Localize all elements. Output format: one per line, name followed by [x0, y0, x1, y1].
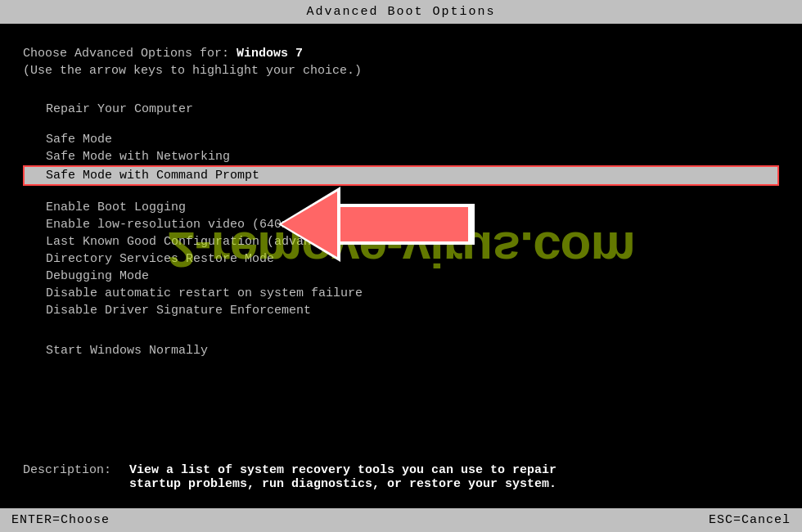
- main-content: Choose Advanced Options for: Windows 7 (…: [0, 24, 802, 359]
- description-section: Description: View a list of system recov…: [23, 463, 779, 491]
- status-enter: ENTER=Choose: [11, 513, 110, 527]
- menu-item-safe-mode[interactable]: Safe Mode: [23, 131, 779, 148]
- menu-item-last-known[interactable]: Last Known Good Configuration (advanced): [23, 233, 779, 250]
- menu-item-low-res[interactable]: Enable low-resolution video (640x480): [23, 216, 779, 233]
- status-bar: ENTER=Choose ESC=Cancel: [0, 508, 802, 532]
- menu-item-start-normally[interactable]: Start Windows Normally: [23, 342, 779, 359]
- header-prefix: Choose Advanced Options for:: [23, 47, 237, 61]
- menu-list: Repair Your ComputerSafe ModeSafe Mode w…: [23, 101, 779, 359]
- menu-item-debug[interactable]: Debugging Mode: [23, 268, 779, 285]
- description-label: Description:: [23, 463, 129, 477]
- title-bar: Advanced Boot Options: [0, 0, 802, 24]
- menu-item-no-restart[interactable]: Disable automatic restart on system fail…: [23, 285, 779, 302]
- header-os: Windows 7: [237, 47, 303, 61]
- description-text: View a list of system recovery tools you…: [129, 463, 775, 491]
- header-line2: (Use the arrow keys to highlight your ch…: [23, 64, 779, 78]
- menu-item-repair[interactable]: Repair Your Computer: [23, 101, 779, 118]
- menu-item-boot-logging[interactable]: Enable Boot Logging: [23, 199, 779, 216]
- menu-item-safe-mode-cmd[interactable]: Safe Mode with Command Prompt: [23, 165, 779, 186]
- menu-item-safe-mode-networking[interactable]: Safe Mode with Networking: [23, 148, 779, 165]
- menu-item-directory[interactable]: Directory Services Restore Mode: [23, 250, 779, 268]
- menu-item-no-driver-sig[interactable]: Disable Driver Signature Enforcement: [23, 302, 779, 319]
- header-line1: Choose Advanced Options for: Windows 7: [23, 47, 779, 61]
- title-text: Advanced Boot Options: [306, 5, 495, 19]
- status-esc: ESC=Cancel: [709, 513, 791, 527]
